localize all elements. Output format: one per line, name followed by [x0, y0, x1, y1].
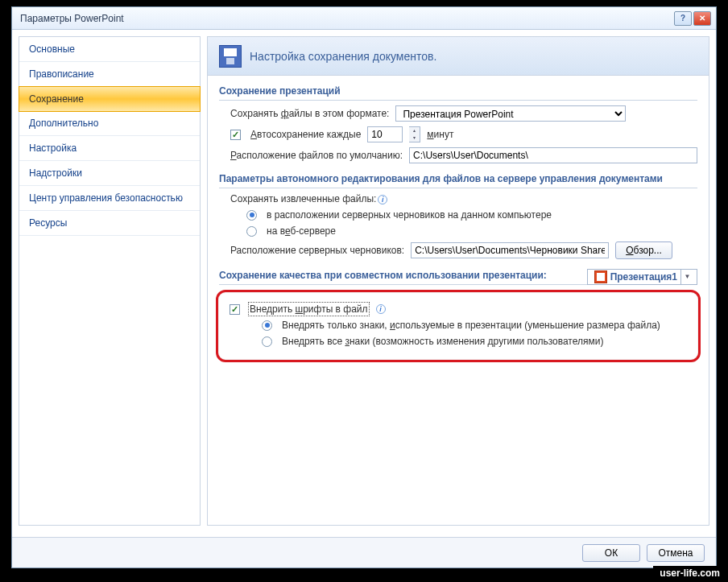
ok-button[interactable]: ОК — [582, 544, 640, 562]
sidebar-item-save[interactable]: Сохранение — [19, 86, 201, 112]
extract-label: Сохранять извлеченные файлы:i — [230, 193, 387, 204]
settings-panel: Настройка сохранения документов. Сохране… — [207, 36, 709, 526]
section-save-presentations: Сохранение презентаций — [219, 85, 697, 101]
close-button[interactable]: ✕ — [693, 11, 711, 26]
help-button[interactable]: ? — [674, 11, 692, 26]
chevron-down-icon: ▼ — [680, 270, 693, 284]
radio-embed-used[interactable] — [262, 320, 272, 331]
category-sidebar: Основные Правописание Сохранение Дополни… — [19, 36, 201, 526]
info-icon[interactable]: i — [378, 195, 387, 204]
sidebar-item-advanced[interactable]: Дополнительно — [19, 111, 200, 136]
sidebar-item-customize[interactable]: Настройка — [19, 136, 200, 161]
panel-header: Настройка сохранения документов. — [208, 37, 709, 76]
default-location-input[interactable] — [409, 147, 697, 163]
format-select[interactable]: Презентация PowerPoint — [395, 105, 626, 122]
radio-embed-used-label: Внедрять только знаки, используемые в пр… — [282, 320, 660, 331]
info-icon[interactable]: i — [376, 304, 386, 314]
radio-web-server[interactable] — [246, 226, 257, 237]
panel-header-text: Настройка сохранения документов. — [250, 50, 436, 63]
sidebar-item-proofing[interactable]: Правописание — [19, 62, 200, 87]
autosave-interval-input[interactable] — [367, 126, 403, 142]
section-quality: Сохранение качества при совместном испол… — [219, 269, 697, 285]
sidebar-item-addins[interactable]: Надстройки — [19, 161, 200, 186]
radio-embed-all-label: Внедрять все знаки (возможность изменени… — [282, 336, 603, 347]
dialog-window: Параметры PowerPoint ? ✕ Основные Правоп… — [11, 6, 717, 568]
section-offline: Параметры автономного редактирования для… — [219, 173, 697, 188]
autosave-label: Автосохранение каждые — [250, 129, 361, 140]
presentation-name: Презентация1 — [610, 271, 677, 283]
default-location-label: Расположение файлов по умолчанию: — [230, 150, 403, 161]
autosave-unit: минут — [427, 129, 453, 140]
save-icon — [219, 45, 242, 68]
embed-fonts-highlight: Внедрить шрифты в файлi Внедрять только … — [216, 290, 701, 362]
cancel-button[interactable]: Отмена — [647, 544, 705, 562]
radio-local-drafts[interactable] — [246, 210, 257, 221]
autosave-spinner[interactable]: ▴▾ — [409, 126, 420, 142]
sidebar-item-trust[interactable]: Центр управления безопасностью — [19, 186, 200, 211]
sidebar-item-resources[interactable]: Ресурсы — [19, 211, 200, 236]
radio-embed-all[interactable] — [262, 336, 272, 347]
dialog-footer: ОК Отмена — [12, 537, 716, 568]
embed-fonts-label: Внедрить шрифты в файл — [250, 303, 368, 315]
server-drafts-input[interactable] — [411, 242, 609, 258]
watermark: user-life.com — [653, 566, 726, 580]
presentation-picker[interactable]: Презентация1▼ — [587, 269, 697, 285]
autosave-checkbox[interactable] — [230, 130, 241, 140]
format-label: Сохранять файлы в этом формате: — [230, 108, 389, 119]
titlebar: Параметры PowerPoint ? ✕ — [12, 7, 716, 30]
window-title: Параметры PowerPoint — [20, 13, 672, 24]
browse-button[interactable]: Обзор... — [615, 241, 672, 259]
server-drafts-label: Расположение серверных черновиков: — [230, 245, 404, 256]
embed-fonts-checkbox[interactable] — [230, 304, 240, 315]
sidebar-item-general[interactable]: Основные — [19, 37, 200, 62]
radio-local-label: в расположении серверных черновиков на д… — [267, 209, 552, 221]
radio-web-label: на веб-сервере — [267, 225, 336, 237]
powerpoint-icon — [594, 270, 607, 283]
